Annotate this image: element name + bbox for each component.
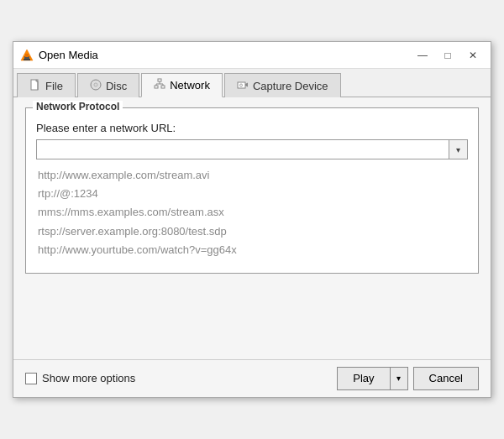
tab-disc-label: Disc: [106, 80, 127, 92]
svg-rect-12: [161, 86, 165, 88]
bottom-buttons: Play ▾ Cancel: [337, 367, 479, 390]
app-icon: [20, 49, 34, 62]
example-2: rtp://@:1234: [38, 185, 468, 203]
content-area: Network Protocol Please enter a network …: [13, 97, 491, 358]
tab-file-label: File: [45, 80, 63, 92]
play-button[interactable]: Play: [337, 367, 389, 390]
cancel-button[interactable]: Cancel: [413, 367, 479, 390]
play-dropdown-button[interactable]: ▾: [390, 367, 408, 390]
close-button[interactable]: ✕: [462, 47, 484, 64]
show-more-wrapper: Show more options: [25, 372, 337, 384]
spacer: [25, 282, 479, 349]
maximize-button[interactable]: □: [437, 47, 459, 64]
bottom-bar: Show more options Play ▾ Cancel: [13, 359, 491, 397]
network-icon: [154, 78, 165, 92]
play-button-group: Play ▾: [337, 367, 407, 390]
svg-rect-2: [24, 59, 30, 60]
title-bar: Open Media — □ ✕: [13, 42, 491, 69]
svg-rect-10: [158, 79, 161, 81]
url-input[interactable]: [37, 140, 449, 159]
tab-file[interactable]: File: [17, 73, 76, 97]
url-examples: http://www.example.com/stream.avi rtp://…: [36, 166, 468, 259]
url-dropdown-button[interactable]: ▾: [449, 140, 467, 159]
open-media-window: Open Media — □ ✕ File: [13, 41, 491, 397]
show-more-label[interactable]: Show more options: [42, 372, 135, 384]
network-protocol-group: Network Protocol Please enter a network …: [25, 107, 479, 273]
tab-network-label: Network: [170, 79, 210, 91]
example-4: rtsp://server.example.org:8080/test.sdp: [38, 222, 468, 241]
svg-rect-11: [155, 86, 158, 88]
url-label: Please enter a network URL:: [36, 122, 468, 134]
file-icon: [29, 79, 41, 93]
example-3: mms://mms.examples.com/stream.asx: [38, 203, 468, 222]
tab-network[interactable]: Network: [141, 73, 223, 97]
tab-disc[interactable]: Disc: [77, 73, 139, 97]
svg-rect-3: [25, 54, 29, 57]
svg-rect-17: [238, 82, 245, 88]
disc-icon: [90, 79, 102, 93]
url-input-wrapper: ▾: [36, 139, 468, 159]
example-1: http://www.example.com/stream.avi: [38, 166, 468, 185]
capture-icon: [237, 79, 249, 93]
svg-point-9: [95, 84, 97, 86]
window-title: Open Media: [39, 49, 412, 61]
tab-bar: File Disc: [13, 69, 491, 97]
show-more-checkbox[interactable]: [25, 373, 37, 384]
window-controls: — □ ✕: [412, 47, 484, 64]
tab-capture[interactable]: Capture Device: [224, 73, 341, 97]
example-5: http://www.yourtube.com/watch?v=gg64x: [38, 241, 468, 259]
group-title: Network Protocol: [33, 101, 123, 112]
minimize-button[interactable]: —: [412, 47, 433, 64]
tab-capture-label: Capture Device: [253, 80, 328, 92]
